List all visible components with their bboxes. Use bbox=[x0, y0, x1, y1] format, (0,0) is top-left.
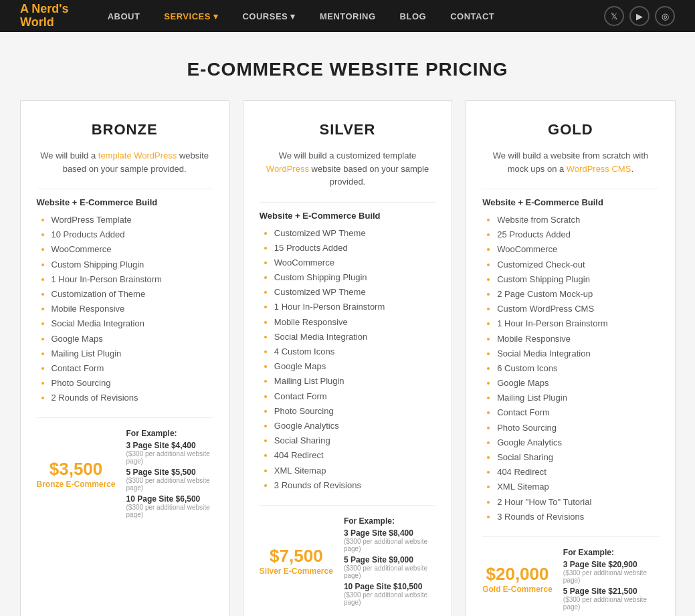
price-left-0: $3,500Bronze E-Commerce bbox=[37, 429, 116, 518]
for-example-0: For Example: bbox=[126, 429, 213, 438]
youtube-icon[interactable]: ▶ bbox=[629, 6, 650, 26]
list-item: Mailing List Plugin bbox=[497, 392, 658, 404]
list-item: Mailing List Plugin bbox=[274, 375, 435, 387]
price-tier-note: ($300 per additional website page) bbox=[344, 564, 435, 579]
list-item: Mobile Responsive bbox=[52, 303, 213, 315]
list-item: Custom Shipping Plugin bbox=[497, 274, 658, 286]
price-tier-note: ($300 per additional website page) bbox=[563, 569, 659, 584]
card-desc-link-1[interactable]: WordPress bbox=[266, 164, 309, 174]
navbar: A Nerd'sWorld ABOUT SERVICES ▾ COURSES ▾… bbox=[0, 0, 695, 32]
list-item: XML Sitemap bbox=[497, 481, 658, 493]
price-tier: 3 Page Site $4,400 bbox=[126, 441, 213, 450]
list-item: 2 Rounds of Revisions bbox=[52, 392, 213, 404]
price-tier-note: ($300 per additional website page) bbox=[126, 504, 213, 518]
nav-mentoring[interactable]: MENTORING bbox=[308, 0, 388, 32]
list-item: WooCommerce bbox=[52, 243, 213, 255]
list-item: 1 Hour In-Person Brainstorm bbox=[497, 318, 658, 330]
list-item: Custom Shipping Plugin bbox=[274, 272, 435, 284]
nav-about[interactable]: ABOUT bbox=[96, 0, 153, 32]
feature-list-1: Customized WP Theme15 Products AddedWooC… bbox=[260, 227, 435, 492]
list-item: Photo Sourcing bbox=[52, 377, 213, 389]
pricing-card-silver: SILVERWe will build a customized templat… bbox=[243, 100, 452, 616]
list-item: Website from Scratch bbox=[497, 214, 658, 226]
list-item: 15 Products Added bbox=[274, 242, 435, 254]
section-label-0: Website + E-Commerce Build bbox=[37, 189, 213, 207]
price-left-1: $7,500Silver E-Commerce bbox=[260, 516, 333, 606]
price-tier-note: ($300 per additional website page) bbox=[126, 450, 213, 465]
list-item: XML Sitemap bbox=[274, 465, 435, 477]
price-label-0: Bronze E-Commerce bbox=[37, 480, 116, 489]
price-main-2: $20,000 bbox=[486, 564, 549, 585]
list-item: 2 Page Custom Mock-up bbox=[497, 288, 658, 300]
nav-links: ABOUT SERVICES ▾ COURSES ▾ MENTORING BLO… bbox=[96, 0, 604, 32]
list-item: WooCommerce bbox=[274, 257, 435, 269]
site-logo[interactable]: A Nerd'sWorld bbox=[20, 3, 69, 29]
list-item: Customized Check-out bbox=[497, 259, 658, 271]
list-item: Google Analytics bbox=[497, 437, 658, 449]
list-item: Customization of Theme bbox=[52, 288, 213, 300]
pricing-card-gold: GOLDWe will build a website from scratch… bbox=[466, 100, 675, 616]
list-item: Custom Shipping Plugin bbox=[52, 259, 213, 271]
list-item: 3 Rounds of Revisions bbox=[497, 511, 658, 523]
list-item: Photo Sourcing bbox=[497, 422, 658, 434]
price-tier: 5 Page Site $9,000 bbox=[344, 555, 435, 564]
list-item: 10 Products Added bbox=[52, 229, 213, 241]
nav-services[interactable]: SERVICES ▾ bbox=[152, 0, 230, 32]
card-desc-link-2[interactable]: WordPress CMS bbox=[567, 164, 631, 174]
list-item: Contact Form bbox=[497, 407, 658, 419]
price-tier: 3 Page Site $20,900 bbox=[563, 560, 659, 569]
price-tier-note: ($300 per additional website page) bbox=[126, 477, 213, 492]
logo-text: A Nerd'sWorld bbox=[20, 2, 69, 29]
price-tier-note: ($300 per additional website page) bbox=[344, 591, 435, 606]
list-item: Mailing List Plugin bbox=[52, 348, 213, 360]
list-item: Photo Sourcing bbox=[274, 405, 435, 417]
price-tier: 10 Page Site $10,500 bbox=[344, 582, 435, 591]
section-label-2: Website + E-Commerce Build bbox=[482, 189, 658, 207]
list-item: Google Maps bbox=[497, 377, 658, 389]
list-item: WooCommerce bbox=[497, 243, 658, 255]
list-item: 404 Redirect bbox=[497, 466, 658, 478]
pricing-footer-2: $20,000Gold E-CommerceFor Example:3 Page… bbox=[482, 536, 658, 611]
price-tier: 5 Page Site $21,500 bbox=[563, 587, 659, 596]
price-label-1: Silver E-Commerce bbox=[260, 567, 333, 576]
list-item: Social Media Integration bbox=[52, 318, 213, 330]
price-main-1: $7,500 bbox=[270, 546, 323, 567]
list-item: Customized WP Theme bbox=[274, 227, 435, 239]
page-title: E-COMMERCE WEBSITE PRICING bbox=[0, 32, 695, 100]
card-desc-1: We will build a customized template Word… bbox=[260, 149, 435, 189]
instagram-icon[interactable]: ◎ bbox=[655, 6, 675, 26]
card-desc-2: We will build a website from scratch wit… bbox=[482, 149, 658, 175]
list-item: 25 Products Added bbox=[497, 229, 658, 241]
list-item: Mobile Responsive bbox=[497, 333, 658, 345]
price-tier: 5 Page Site $5,500 bbox=[126, 468, 213, 477]
nav-courses[interactable]: COURSES ▾ bbox=[230, 0, 307, 32]
price-tier-note: ($300 per additional website page) bbox=[563, 596, 659, 611]
feature-list-0: WordPress Template10 Products AddedWooCo… bbox=[37, 214, 213, 404]
price-tier: 3 Page Site $8,400 bbox=[344, 528, 435, 538]
list-item: 6 Custom Icons bbox=[497, 363, 658, 375]
list-item: Custom WordPress CMS bbox=[497, 303, 658, 315]
card-title-0: BRONZE bbox=[37, 121, 213, 138]
pricing-footer-1: $7,500Silver E-CommerceFor Example:3 Pag… bbox=[260, 505, 435, 606]
card-desc-link-0[interactable]: template WordPress bbox=[98, 150, 177, 161]
list-item: Contact Form bbox=[274, 391, 435, 403]
card-title-1: SILVER bbox=[260, 121, 435, 138]
list-item: 3 Rounds of Revisions bbox=[274, 480, 435, 492]
twitter-icon[interactable]: 𝕏 bbox=[604, 6, 624, 26]
price-label-2: Gold E-Commerce bbox=[482, 585, 553, 594]
price-right-2: For Example:3 Page Site $20,900($300 per… bbox=[563, 548, 659, 611]
for-example-2: For Example: bbox=[563, 548, 659, 557]
price-left-2: $20,000Gold E-Commerce bbox=[482, 548, 553, 611]
nav-blog[interactable]: BLOG bbox=[388, 0, 439, 32]
card-desc-0: We will build a template WordPress websi… bbox=[37, 149, 213, 175]
pricing-card-bronze: BRONZEWe will build a template WordPress… bbox=[20, 100, 229, 616]
list-item: Google Analytics bbox=[274, 420, 435, 432]
nav-contact[interactable]: CONTACT bbox=[438, 0, 506, 32]
list-item: Social Media Integration bbox=[274, 331, 435, 343]
list-item: 2 Hour "How To" Tutorial bbox=[497, 496, 658, 508]
list-item: Social Sharing bbox=[497, 451, 658, 464]
section-label-1: Website + E-Commerce Build bbox=[260, 202, 435, 221]
for-example-1: For Example: bbox=[344, 516, 435, 526]
pricing-footer-0: $3,500Bronze E-CommerceFor Example:3 Pag… bbox=[37, 417, 213, 518]
price-tier: 10 Page Site $6,500 bbox=[126, 494, 213, 504]
